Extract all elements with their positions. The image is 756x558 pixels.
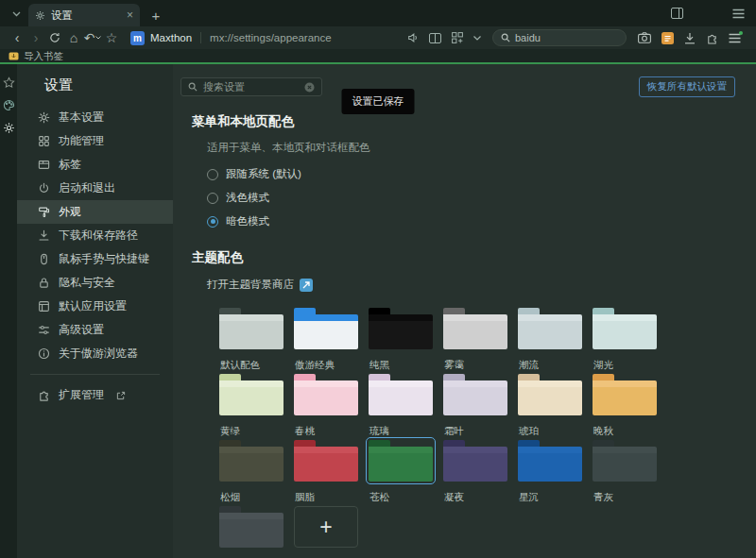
divider <box>30 374 160 375</box>
downloads-icon[interactable] <box>684 32 696 44</box>
theme-preview <box>219 506 284 548</box>
puzzle-icon <box>38 389 50 401</box>
home-button[interactable]: ⌂ <box>64 28 83 47</box>
clear-search-icon[interactable] <box>304 82 315 93</box>
radio-label: 跟随系统 (默认) <box>226 167 301 181</box>
theme-swatch-18[interactable]: 暗夜 <box>216 503 291 558</box>
theme-store-link[interactable]: 打开主题背景商店 <box>207 278 756 292</box>
toolbar-search-box[interactable]: baidu <box>492 29 627 46</box>
add-theme-button[interactable]: + <box>294 506 358 548</box>
sidebar-item-tabs[interactable]: 标签 <box>17 153 173 177</box>
theme-name: 湖光 <box>593 359 664 372</box>
sidebar-item-extensions[interactable]: 扩展管理 <box>17 383 173 407</box>
radio-option-follow-system[interactable]: 跟随系统 (默认) <box>207 162 756 186</box>
split-screen-icon[interactable] <box>429 33 441 43</box>
import-bookmarks-icon <box>9 51 19 61</box>
sidebar-item-download[interactable]: 下载和保存路径 <box>17 224 173 247</box>
theme-swatch-8[interactable]: 琉璃 <box>366 371 440 437</box>
theme-name: 青灰 <box>593 491 664 504</box>
tab-list-button[interactable] <box>6 5 26 24</box>
sidebar-item-label: 标签 <box>59 157 81 173</box>
sidebar-item-gestures[interactable]: 鼠标手势与快捷键 <box>17 247 173 271</box>
address-bar-actions <box>407 32 481 43</box>
sidebar-item-label: 功能管理 <box>59 133 104 149</box>
panel-layout-icon[interactable] <box>671 8 683 19</box>
settings-favicon-gear-icon <box>35 10 45 21</box>
sidebar-item-about[interactable]: 关于傲游浏览器 <box>17 342 173 365</box>
mouse-icon <box>38 253 50 265</box>
browser-window: 设置 × + ‹ › ⌂ ↶ ☆ m Maxthon mx://s <box>0 0 756 558</box>
skins-palette-icon[interactable] <box>3 99 15 111</box>
search-icon <box>188 82 198 92</box>
apps-icon <box>38 300 50 313</box>
theme-swatch-4[interactable]: 潮流 <box>515 305 590 371</box>
titlebar-menu-icon[interactable] <box>732 8 745 19</box>
theme-swatch-5[interactable]: 湖光 <box>590 305 664 371</box>
restore-defaults-button[interactable]: 恢复所有默认设置 <box>639 76 735 97</box>
theme-swatch-11[interactable]: 晚秋 <box>590 371 664 437</box>
theme-swatch-7[interactable]: 春桃 <box>291 371 366 437</box>
sidebar-item-label: 外观 <box>59 204 81 220</box>
more-chevron-icon[interactable] <box>473 36 481 41</box>
radio-option-light-mode[interactable]: 浅色模式 <box>207 186 756 210</box>
main-menu-icon[interactable] <box>729 33 741 43</box>
theme-swatch-0[interactable]: 默认配色 <box>216 305 291 371</box>
sidebar-item-features[interactable]: 功能管理 <box>17 129 173 153</box>
theme-swatch-10[interactable]: 琥珀 <box>515 371 590 437</box>
theme-swatch-12[interactable]: 松烟 <box>216 437 291 503</box>
sidebar-item-label: 下载和保存路径 <box>59 228 138 244</box>
settings-gear-icon[interactable] <box>3 122 15 134</box>
radio-option-dark-mode[interactable]: 暗色模式 <box>207 210 756 233</box>
address-bar[interactable]: m Maxthon mx://settings/appearance <box>130 31 332 45</box>
theme-swatch-2[interactable]: 纯黑 <box>366 305 440 371</box>
section-title: 主题配色 <box>192 249 756 266</box>
theme-name: 凝夜 <box>444 491 515 504</box>
sidebar-item-appearance[interactable]: 外观 <box>17 200 173 224</box>
import-bookmarks-button[interactable]: 导入书签 <box>24 51 63 61</box>
theme-swatch-16[interactable]: 星沉 <box>515 437 590 503</box>
theme-swatch-3[interactable]: 雾霭 <box>440 305 515 371</box>
undo-icon: ↶ <box>84 31 95 44</box>
theme-swatch-13[interactable]: 胭脂 <box>291 437 366 503</box>
theme-swatch-1[interactable]: 傲游经典 <box>291 305 366 371</box>
theme-preview <box>219 374 284 415</box>
extensions-puzzle-icon[interactable] <box>706 32 718 44</box>
tab-close-icon[interactable]: × <box>127 9 133 21</box>
sidebar-item-label: 关于傲游浏览器 <box>59 346 138 362</box>
theme-swatch-15[interactable]: 凝夜 <box>440 437 515 503</box>
forward-button[interactable]: › <box>26 28 45 47</box>
back-button[interactable]: ‹ <box>8 28 26 47</box>
theme-swatch-6[interactable]: 黄绿 <box>216 371 291 437</box>
theme-name: 春桃 <box>295 425 366 438</box>
undo-button[interactable]: ↶ <box>83 28 102 47</box>
sidebar-item-advanced[interactable]: 高级设置 <box>17 318 173 342</box>
sidebar-item-default-apps[interactable]: 默认应用设置 <box>17 295 173 318</box>
sidebar-item-privacy[interactable]: 隐私与安全 <box>17 271 173 295</box>
sidebar-item-label: 基本设置 <box>59 110 104 126</box>
theme-preview <box>443 440 507 482</box>
theme-swatch-17[interactable]: 青灰 <box>590 437 664 503</box>
sidebar-item-basic[interactable]: 基本设置 <box>17 106 173 129</box>
read-aloud-icon[interactable] <box>407 32 419 43</box>
theme-swatch-9[interactable]: 霜叶 <box>440 371 515 437</box>
favorites-star-icon[interactable] <box>3 76 15 89</box>
screenshot-camera-icon[interactable] <box>638 32 651 43</box>
theme-swatch-14[interactable]: 苍松 <box>366 437 440 503</box>
main-area: 设置 基本设置功能管理标签启动和退出外观下载和保存路径鼠标手势与快捷键隐私与安全… <box>0 64 756 558</box>
maxnote-icon[interactable] <box>662 32 674 44</box>
theme-preview <box>593 374 657 415</box>
web-clip-icon[interactable] <box>452 32 463 43</box>
content-header: 搜索设置 恢复所有默认设置 <box>173 64 756 97</box>
radio-unselected-icon <box>207 193 218 204</box>
new-tab-button[interactable]: + <box>147 8 164 23</box>
refresh-button[interactable] <box>45 28 64 47</box>
search-icon <box>501 33 510 42</box>
settings-search-input[interactable]: 搜索设置 <box>180 77 322 96</box>
tab-settings[interactable]: 设置 × <box>28 4 140 26</box>
search-engine-text: baidu <box>515 32 541 43</box>
section-subtitle: 适用于菜单、本地页和对话框配色 <box>207 141 756 155</box>
radio-label: 暗色模式 <box>226 214 269 228</box>
favorite-star-button[interactable]: ☆ <box>102 28 121 47</box>
sidebar-item-startup[interactable]: 启动和退出 <box>17 177 173 200</box>
theme-preview <box>518 440 582 482</box>
